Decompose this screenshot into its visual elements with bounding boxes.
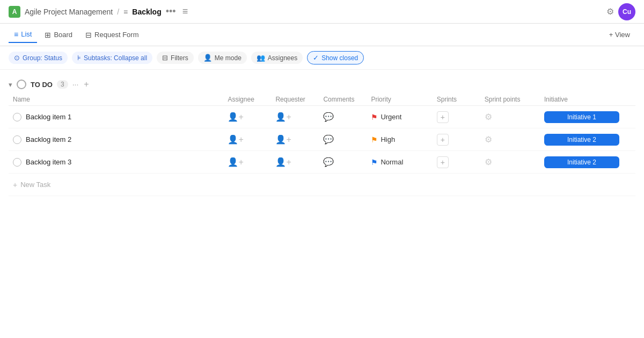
tab-list[interactable]: ≡ List <box>9 27 37 43</box>
priority-label-1: High <box>380 135 395 143</box>
user-avatar[interactable]: Cu <box>618 3 635 20</box>
col-header-sprints: Sprints <box>433 94 480 106</box>
task-complete-checkbox-1[interactable] <box>13 135 21 144</box>
show-closed-icon: ✓ <box>313 54 319 62</box>
table-header-row: Name Assignee Requester Comments Priorit… <box>9 94 635 106</box>
app-logo: A <box>9 6 20 18</box>
group-more-icon[interactable]: ··· <box>72 80 79 89</box>
sprint-points-icon-2[interactable]: ⚙ <box>485 157 492 167</box>
group-status-filter[interactable]: ⊙ Group: Status <box>9 52 68 64</box>
group-status-icon <box>17 80 26 89</box>
subtasks-filter[interactable]: ⊧ Subtasks: Collapse all <box>72 52 152 64</box>
group-icon: ⊙ <box>14 54 20 62</box>
add-sprint-button-2[interactable]: + <box>437 156 449 168</box>
new-task-row[interactable]: + New Task <box>9 174 635 196</box>
task-sprints-0[interactable]: + <box>433 106 480 128</box>
task-priority-1[interactable]: ⚑ High <box>367 128 432 151</box>
table-row: Backlog item 3 👤+ 👤+ 💬 ⚑ Normal + ⚙ Init… <box>9 151 635 174</box>
me-mode-icon: 👤 <box>203 54 212 62</box>
col-header-sprint-points: Sprint points <box>480 94 540 106</box>
new-task-label[interactable]: New Task <box>20 181 50 189</box>
add-assignee-icon-2[interactable]: 👤+ <box>228 157 243 167</box>
task-sprint-points-0[interactable]: ⚙ <box>480 106 540 128</box>
form-icon: ⊟ <box>85 31 92 39</box>
board-icon: ⊞ <box>45 31 51 39</box>
task-assignee-2[interactable]: 👤+ <box>223 151 271 174</box>
task-complete-checkbox-2[interactable] <box>13 158 21 167</box>
task-requester-1[interactable]: 👤+ <box>271 128 319 151</box>
task-requester-0[interactable]: 👤+ <box>271 106 319 128</box>
group-header: ▾ TO DO 3 ··· + <box>9 76 635 92</box>
comment-icon-1[interactable]: 💬 <box>323 135 334 144</box>
initiative-badge-2[interactable]: Initiative 2 <box>544 156 619 168</box>
task-sprint-points-1[interactable]: ⚙ <box>480 128 540 151</box>
priority-label-2: Normal <box>380 158 403 166</box>
sprint-points-icon-0[interactable]: ⚙ <box>485 112 492 121</box>
task-initiative-1[interactable]: Initiative 2 <box>540 128 635 151</box>
page-title: Backlog <box>132 8 161 16</box>
task-assignee-0[interactable]: 👤+ <box>223 106 271 128</box>
filter-icon: ⊟ <box>162 54 168 62</box>
more-options-icon[interactable]: ••• <box>166 6 176 17</box>
col-header-assignee: Assignee <box>223 94 271 106</box>
group-label: TO DO <box>31 81 53 89</box>
task-complete-checkbox-0[interactable] <box>13 113 21 121</box>
comment-icon-2[interactable]: 💬 <box>323 157 334 167</box>
tab-bar: ≡ List ⊞ Board ⊟ Request Form + View <box>0 24 644 46</box>
task-assignee-1[interactable]: 👤+ <box>223 128 271 151</box>
assignees-icon: 👥 <box>257 54 265 62</box>
task-name-cell-1: Backlog item 2 <box>9 128 223 151</box>
add-view-button[interactable]: + View <box>604 28 635 41</box>
task-sprints-2[interactable]: + <box>433 151 480 174</box>
task-initiative-2[interactable]: Initiative 2 <box>540 151 635 174</box>
col-header-name: Name <box>9 94 223 106</box>
add-sprint-button-1[interactable]: + <box>437 134 449 146</box>
tab-request-form[interactable]: ⊟ Request Form <box>80 27 144 42</box>
breadcrumb-separator: / <box>117 8 119 16</box>
task-name-2[interactable]: Backlog item 3 <box>26 158 71 166</box>
initiative-badge-1[interactable]: Initiative 2 <box>544 134 619 146</box>
task-initiative-0[interactable]: Initiative 1 <box>540 106 635 128</box>
priority-flag-1: ⚑ <box>371 135 378 144</box>
task-sprints-1[interactable]: + <box>433 128 480 151</box>
assignees-button[interactable]: 👥 Assignees <box>251 52 303 64</box>
task-comments-1[interactable]: 💬 <box>319 128 367 151</box>
task-name-1[interactable]: Backlog item 2 <box>26 135 71 143</box>
comment-icon-0[interactable]: 💬 <box>323 112 334 121</box>
tab-board[interactable]: ⊞ Board <box>39 27 78 42</box>
lines-icon[interactable]: ≡ <box>182 6 188 17</box>
table-row: Backlog item 1 👤+ 👤+ 💬 ⚑ Urgent + ⚙ Init… <box>9 106 635 128</box>
new-task-cell[interactable]: + New Task <box>9 174 635 196</box>
task-name-cell-0: Backlog item 1 <box>9 106 223 128</box>
task-priority-2[interactable]: ⚑ Normal <box>367 151 432 174</box>
add-assignee-icon-0[interactable]: 👤+ <box>228 112 243 121</box>
col-header-requester: Requester <box>271 94 319 106</box>
subtasks-icon: ⊧ <box>77 54 81 62</box>
task-name-0[interactable]: Backlog item 1 <box>26 113 71 121</box>
breadcrumb-icon: ≡ <box>123 8 128 16</box>
add-requester-icon-0[interactable]: 👤+ <box>275 112 291 121</box>
sprint-points-icon-1[interactable]: ⚙ <box>485 135 492 144</box>
task-requester-2[interactable]: 👤+ <box>271 151 319 174</box>
project-name[interactable]: Agile Project Management <box>25 8 113 16</box>
add-requester-icon-2[interactable]: 👤+ <box>275 157 291 167</box>
group-add-icon[interactable]: + <box>84 80 89 89</box>
main-content: ▾ TO DO 3 ··· + Name Assignee Requester … <box>0 70 644 203</box>
me-mode-button[interactable]: 👤 Me mode <box>198 52 247 64</box>
add-sprint-button-0[interactable]: + <box>437 111 449 123</box>
group-count: 3 <box>57 80 68 89</box>
group-toggle[interactable]: ▾ <box>9 81 12 89</box>
task-comments-2[interactable]: 💬 <box>319 151 367 174</box>
task-priority-0[interactable]: ⚑ Urgent <box>367 106 432 128</box>
initiative-badge-0[interactable]: Initiative 1 <box>544 111 619 123</box>
task-table: Name Assignee Requester Comments Priorit… <box>9 94 635 196</box>
settings-icon[interactable]: ⚙ <box>606 6 614 17</box>
filters-button[interactable]: ⊟ Filters <box>157 52 194 64</box>
task-comments-0[interactable]: 💬 <box>319 106 367 128</box>
add-assignee-icon-1[interactable]: 👤+ <box>228 135 243 144</box>
col-header-priority: Priority <box>367 94 432 106</box>
add-requester-icon-1[interactable]: 👤+ <box>275 135 291 144</box>
task-sprint-points-2[interactable]: ⚙ <box>480 151 540 174</box>
show-closed-button[interactable]: ✓ Show closed <box>307 51 364 64</box>
priority-flag-0: ⚑ <box>371 113 378 121</box>
